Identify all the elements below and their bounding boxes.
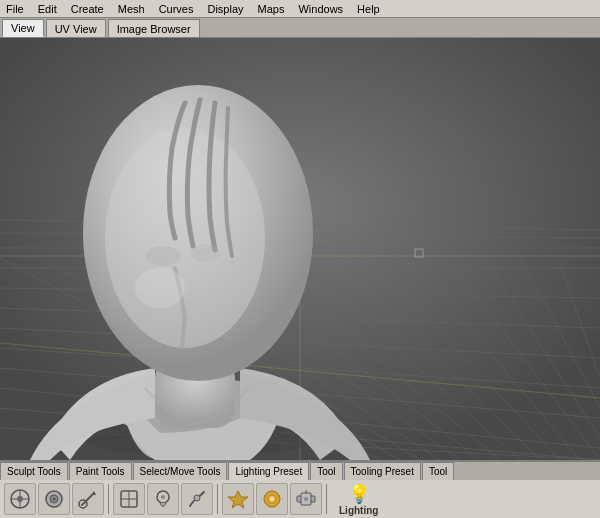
svg-point-37	[145, 246, 181, 266]
menu-help[interactable]: Help	[355, 3, 382, 15]
tab-image-browser[interactable]: Image Browser	[108, 19, 200, 37]
lighting-label: Lighting	[339, 505, 378, 516]
menu-curves[interactable]: Curves	[157, 3, 196, 15]
menu-file[interactable]: File	[4, 3, 26, 15]
tab-tooling-preset[interactable]: Tooling Preset	[344, 462, 421, 480]
separator-2	[217, 484, 218, 514]
svg-point-54	[194, 495, 200, 501]
tab-sculpt-tools[interactable]: Sculpt Tools	[0, 462, 68, 480]
toolbar-tabs: Sculpt Tools Paint Tools Select/Move Too…	[0, 462, 600, 480]
tab-select-move-tools[interactable]: Select/Move Tools	[133, 462, 228, 480]
tab-uv-view[interactable]: UV View	[46, 19, 106, 37]
lighting-label-container: 💡 Lighting	[331, 481, 386, 518]
tool-icon-8[interactable]	[256, 483, 288, 515]
tab-paint-tools[interactable]: Paint Tools	[69, 462, 132, 480]
svg-point-39	[135, 268, 185, 308]
toolbar: Sculpt Tools Paint Tools Select/Move Too…	[0, 460, 600, 518]
svg-point-38	[190, 244, 220, 262]
tool-icon-4[interactable]	[113, 483, 145, 515]
menu-edit[interactable]: Edit	[36, 3, 59, 15]
tab-tool-2[interactable]: Tool	[422, 462, 454, 480]
menu-windows[interactable]: Windows	[296, 3, 345, 15]
menu-maps[interactable]: Maps	[256, 3, 287, 15]
tab-tool[interactable]: Tool	[310, 462, 342, 480]
menu-display[interactable]: Display	[205, 3, 245, 15]
svg-point-62	[304, 497, 308, 501]
viewport[interactable]	[0, 38, 600, 460]
menu-mesh[interactable]: Mesh	[116, 3, 147, 15]
svg-point-47	[53, 498, 56, 501]
separator-3	[326, 484, 327, 514]
menu-create[interactable]: Create	[69, 3, 106, 15]
tool-icon-1[interactable]	[4, 483, 36, 515]
tool-icon-5[interactable]	[147, 483, 179, 515]
svg-point-44	[17, 496, 23, 502]
tool-icon-7[interactable]	[222, 483, 254, 515]
tool-icon-2[interactable]	[38, 483, 70, 515]
menubar: File Edit Create Mesh Curves Display Map…	[0, 0, 600, 18]
tool-icon-3[interactable]	[72, 483, 104, 515]
svg-point-53	[161, 495, 165, 499]
svg-marker-55	[228, 491, 248, 508]
tabbar: View UV View Image Browser	[0, 18, 600, 38]
lighting-icon: 💡	[348, 483, 370, 505]
tool-icon-6[interactable]	[181, 483, 213, 515]
tool-icon-9[interactable]	[290, 483, 322, 515]
tab-view[interactable]: View	[2, 19, 44, 37]
svg-point-58	[271, 498, 274, 501]
tab-lighting-preset[interactable]: Lighting Preset	[228, 462, 309, 480]
toolbar-icons: 💡 Lighting	[0, 480, 600, 518]
separator-1	[108, 484, 109, 514]
